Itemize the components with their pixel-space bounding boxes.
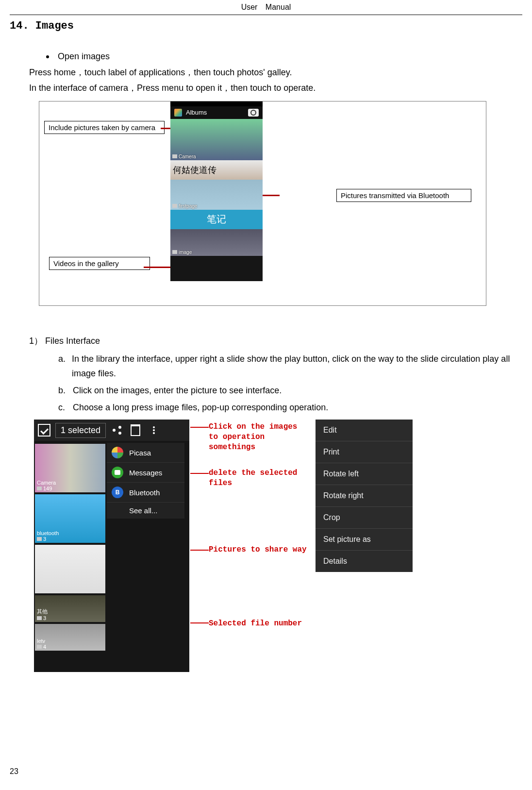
camera-icon[interactable] — [248, 109, 259, 117]
annotation-delete: delete the selected files — [209, 468, 306, 488]
ctx-set-as[interactable]: Set picture as — [316, 529, 413, 551]
callout-line — [144, 267, 170, 268]
album-cell-doc[interactable] — [35, 545, 105, 593]
header-rule — [10, 15, 522, 15]
list-letter: c. — [58, 400, 73, 415]
share-icon — [113, 426, 121, 435]
picasa-icon — [112, 447, 123, 458]
cell-label: bluetooth — [37, 530, 59, 536]
cell-count: 3 — [43, 615, 46, 621]
menu-label: Messages — [129, 469, 162, 477]
figure-selection: 1 selected Camera149 bluetooth3 — [34, 420, 481, 672]
list-letter: b. — [58, 383, 73, 398]
album-label: firstpage — [172, 203, 197, 209]
share-bluetooth[interactable]: Bluetooth — [107, 482, 184, 502]
more-button[interactable] — [147, 423, 161, 437]
share-seeall[interactable]: See all... — [107, 502, 184, 519]
folder-icon — [172, 250, 177, 254]
bluetooth-icon — [112, 487, 123, 498]
cell-label: 其他 — [37, 608, 48, 614]
list-text: Choose a long press image files, pop-up … — [73, 400, 328, 415]
bullet-text: Open images — [58, 51, 110, 62]
album-cell-camera[interactable]: Camera149 — [35, 444, 105, 492]
album-cell-other[interactable]: 其他3 — [35, 595, 105, 622]
subheading-files-interface: 1） Files Interface — [29, 335, 522, 347]
share-menu: Picasa Messages Bluetooth See all... — [107, 443, 184, 519]
annotation-line — [190, 427, 209, 428]
ctx-details[interactable]: Details — [316, 551, 413, 572]
annotation-line — [190, 622, 209, 623]
cell-count: 4 — [43, 644, 46, 650]
share-button[interactable] — [110, 423, 124, 437]
folder-icon — [37, 645, 42, 649]
cell-label: Camera — [37, 480, 56, 486]
folder-icon — [172, 154, 177, 158]
page-header: User Manual — [10, 0, 522, 12]
selected-count[interactable]: 1 selected — [55, 423, 106, 438]
list-item-a: a. In the library the interface, upper r… — [58, 352, 522, 381]
messages-icon — [112, 467, 123, 478]
list-text: Click on the images, enter the picture t… — [73, 383, 282, 398]
album-image[interactable]: image — [170, 229, 263, 256]
album-label: Camera — [172, 154, 196, 159]
more-icon — [150, 429, 157, 431]
list-item-c: c. Choose a long press image files, pop-… — [58, 400, 522, 415]
bullet-open-images: Open images — [46, 51, 522, 62]
album-notes[interactable]: 笔记 — [170, 210, 263, 229]
selection-topbar: 1 selected — [34, 420, 189, 441]
list-text: In the library the interface, upper righ… — [72, 352, 522, 381]
menu-label: Bluetooth — [129, 488, 160, 497]
folder-icon — [37, 616, 42, 620]
album-2[interactable]: 何姑使道传 — [170, 160, 263, 180]
callout-videos: Videos in the gallery — [49, 257, 150, 270]
album-cell-letv[interactable]: letv4 — [35, 624, 105, 651]
menu-label: See all... — [129, 506, 157, 515]
ctx-print[interactable]: Print — [316, 441, 413, 463]
phone-screenshot-albums: Albums Camera 何姑使道传 firstpage 笔记 image — [170, 101, 263, 281]
album-cell-bluetooth[interactable]: bluetooth3 — [35, 494, 105, 543]
cell-count: 3 — [43, 536, 46, 542]
cell-label: letv — [37, 638, 45, 644]
menu-label: Picasa — [129, 449, 151, 457]
albums-title: Albums — [186, 109, 207, 116]
list-item-b: b. Click on the images, enter the pictur… — [58, 383, 522, 398]
list-letter: a. — [58, 352, 72, 381]
paragraph-1: Press home，touch label of applications，t… — [29, 65, 522, 80]
bullet-dot — [46, 55, 49, 58]
callout-line — [263, 195, 280, 196]
folder-icon — [172, 204, 177, 208]
annotation-line — [190, 473, 209, 474]
album-thumbnail: 笔记 — [170, 210, 263, 229]
share-picasa[interactable]: Picasa — [107, 443, 184, 462]
annotation-line — [190, 550, 209, 551]
status-bar — [170, 101, 263, 106]
album-camera[interactable]: Camera — [170, 119, 263, 160]
albums-titlebar: Albums — [170, 106, 263, 119]
paragraph-2: In the interface of camera，Press menu to… — [29, 80, 522, 96]
ctx-rotate-left[interactable]: Rotate left — [316, 463, 413, 485]
ctx-edit[interactable]: Edit — [316, 420, 413, 441]
callout-line — [161, 128, 170, 129]
folder-icon — [37, 537, 42, 541]
annotation-share: Pictures to share way — [209, 545, 311, 555]
folder-icon — [37, 487, 42, 490]
annotation-operate: Click on the images to operation somethi… — [209, 422, 306, 452]
phone-screenshot-selection: 1 selected Camera149 bluetooth3 — [34, 420, 189, 672]
delete-button[interactable] — [128, 423, 143, 437]
gallery-icon — [174, 109, 182, 117]
ctx-crop[interactable]: Crop — [316, 507, 413, 529]
album-label: image — [172, 250, 192, 255]
context-menu: Edit Print Rotate left Rotate right Crop… — [316, 420, 413, 572]
cell-count: 149 — [43, 486, 52, 491]
callout-bluetooth-pictures: Pictures transmitted via Bluetooth — [336, 189, 471, 202]
album-firstpage[interactable]: firstpage — [170, 180, 263, 210]
annotation-selected-number: Selected file number — [209, 619, 330, 629]
share-messages[interactable]: Messages — [107, 462, 184, 482]
figure-albums: Albums Camera 何姑使道传 firstpage 笔记 image — [39, 101, 486, 306]
trash-icon — [131, 424, 140, 436]
callout-camera-pictures: Include pictures taken by camera — [44, 121, 165, 134]
section-heading: 14. Images — [10, 20, 522, 32]
ctx-rotate-right[interactable]: Rotate right — [316, 485, 413, 507]
check-icon[interactable] — [38, 424, 50, 437]
